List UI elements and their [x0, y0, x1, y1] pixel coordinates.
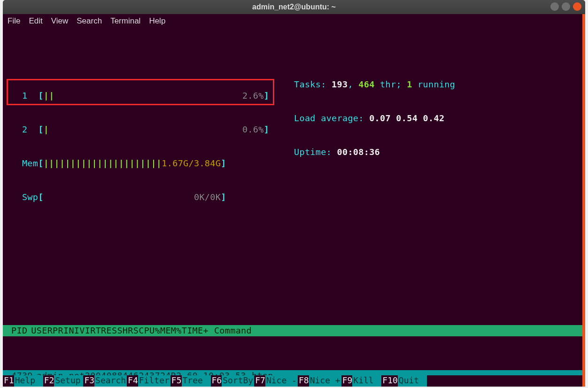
cpu2-pct: 0.6% — [242, 124, 264, 134]
mem-label: Mem — [11, 158, 38, 168]
menu-help[interactable]: Help — [149, 16, 165, 26]
swap-meter: Swp[ 0K/0K] — [11, 192, 577, 203]
hdr-s[interactable]: S — [133, 326, 139, 335]
minimize-icon[interactable] — [550, 2, 559, 11]
tasks-label: Tasks: — [294, 79, 332, 89]
window-title: admin_net2@ubuntu: ~ — [252, 3, 336, 11]
hdr-pri[interactable]: PRI — [53, 326, 69, 335]
fkey-label[interactable]: Search — [94, 375, 127, 387]
menu-view[interactable]: View — [51, 16, 69, 26]
swap-value: 0K/0K — [194, 192, 221, 202]
fkey-label[interactable]: Quit — [398, 375, 427, 387]
terminal-window: admin_net2@ubuntu: ~ File Edit View Sear… — [3, 0, 585, 387]
fkey-label[interactable]: Tree — [182, 375, 211, 387]
hdr-time[interactable]: TIME+ — [182, 326, 209, 335]
menubar: File Edit View Search Terminal Help — [3, 14, 585, 28]
fkey-label[interactable]: Nice + — [309, 375, 341, 387]
menu-search[interactable]: Search — [77, 16, 102, 26]
hdr-cmd[interactable]: Command — [209, 326, 252, 335]
fkey-label[interactable]: Help — [14, 375, 43, 387]
process-header[interactable]: PIDUSERPRINIVIRTRESSHRSCPU%MEM%TIME+Comm… — [3, 325, 585, 336]
load-15: 0.42 — [423, 113, 445, 123]
window-controls — [550, 2, 581, 11]
menu-file[interactable]: File — [8, 16, 20, 26]
cpu2-label: 2 — [11, 124, 38, 134]
uptime-label: Uptime: — [294, 147, 337, 157]
tasks-line: Tasks: 193, 464 thr; 1 running — [294, 79, 455, 90]
hdr-shr[interactable]: SHR — [117, 326, 133, 335]
titlebar: admin_net2@ubuntu: ~ — [3, 0, 585, 14]
fkey-label[interactable]: Kill — [352, 375, 381, 387]
fkey-bar: F1HelpF2SetupF3SearchF4FilterF5TreeF6Sor… — [3, 375, 585, 387]
maximize-icon[interactable] — [562, 2, 570, 11]
fkey-key: F8 — [298, 375, 309, 387]
scrollbar[interactable] — [582, 14, 585, 387]
load-5: 0.54 — [396, 113, 418, 123]
mem-bar: |||||||||||||||||||||| — [44, 158, 162, 168]
tasks-running: 1 — [407, 79, 412, 89]
uptime-line: Uptime: 00:08:36 — [294, 147, 455, 158]
load-line: Load average: 0.07 0.54 0.42 — [294, 113, 455, 124]
fkey-label[interactable]: Setup — [54, 375, 83, 387]
fkey-key: F4 — [127, 375, 138, 387]
hdr-virt[interactable]: VIRT — [79, 326, 101, 335]
fkey-key: F1 — [3, 375, 14, 387]
terminal-body[interactable]: 1 [|| 2.6%] 2 [| 0.6%] Mem[|||||||||||||… — [3, 28, 585, 387]
load-label: Load average: — [294, 113, 369, 123]
fkey-label[interactable]: SortBy — [222, 375, 254, 387]
tasks-procs: 193 — [332, 79, 348, 89]
right-stats: Tasks: 193, 464 thr; 1 running Load aver… — [294, 56, 455, 180]
fkey-label[interactable]: Nice - — [265, 375, 298, 387]
fkey-key: F5 — [170, 375, 182, 387]
cpu1-bar: || — [44, 91, 54, 101]
tasks-thr: 464 — [358, 79, 374, 89]
cpu1-pct: 2.6% — [242, 91, 264, 101]
load-1: 0.07 — [369, 113, 391, 123]
cpu1-label: 1 — [11, 91, 38, 101]
mem-value: 1.67G/3.84G — [162, 158, 221, 168]
fkey-key: F7 — [254, 375, 265, 387]
fkey-key: F2 — [43, 375, 54, 387]
fkey-key: F9 — [341, 375, 353, 387]
menu-terminal[interactable]: Terminal — [110, 16, 140, 26]
menu-edit[interactable]: Edit — [29, 16, 42, 26]
hdr-mem[interactable]: MEM% — [160, 326, 182, 335]
hdr-ni[interactable]: NI — [69, 326, 79, 335]
swap-label: Swp — [11, 192, 38, 202]
meters-area: 1 [|| 2.6%] 2 [| 0.6%] Mem[|||||||||||||… — [3, 51, 585, 251]
hdr-res[interactable]: RES — [101, 326, 117, 335]
hdr-user[interactable]: USER — [27, 326, 53, 335]
fkey-key: F6 — [211, 375, 222, 387]
cpu2-bar: | — [44, 124, 49, 134]
fkey-label[interactable]: Filter — [138, 375, 170, 387]
fkey-key: F10 — [381, 375, 398, 387]
uptime-value: 00:08:36 — [337, 147, 380, 157]
hdr-cpu[interactable]: CPU% — [139, 326, 160, 335]
hdr-pid[interactable]: PID — [11, 326, 27, 335]
close-icon[interactable] — [573, 2, 581, 11]
fkey-key: F3 — [83, 375, 94, 387]
